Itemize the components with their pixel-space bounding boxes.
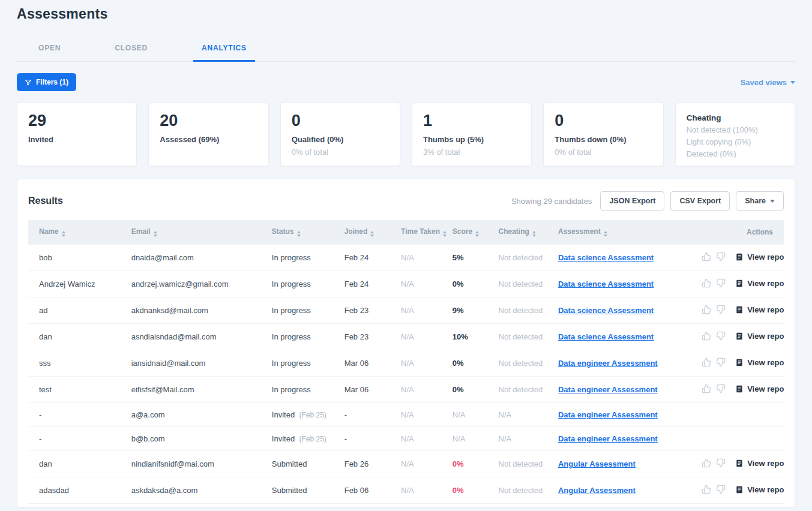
report-document-icon	[735, 332, 744, 341]
cell-assessment: Data science Assessment	[553, 271, 697, 297]
cell-time-taken: N/A	[396, 350, 448, 377]
csv-export-label: CSV Export	[679, 197, 721, 205]
view-report-button[interactable]: View report	[735, 332, 784, 341]
tab-analytics[interactable]: Analytics	[193, 38, 255, 62]
stat-sublabel: 0% of total	[555, 148, 652, 157]
view-report-button[interactable]: View report	[735, 459, 784, 468]
column-header-assessment[interactable]: Assessment	[553, 220, 697, 245]
thumbs-down-icon[interactable]	[716, 384, 726, 393]
cell-actions: View report	[697, 451, 784, 477]
cell-joined: -	[340, 427, 396, 451]
cell-actions	[697, 403, 784, 427]
assessment-link[interactable]: Data science Assessment	[558, 253, 654, 262]
assessment-link[interactable]: Data engineer Assessment	[558, 385, 658, 394]
json-export-label: JSON Export	[609, 197, 655, 205]
report-document-icon	[735, 384, 744, 393]
thumbs-down-icon[interactable]	[716, 331, 726, 341]
cell-actions: View report	[697, 271, 784, 297]
thumbs-up-icon[interactable]	[702, 458, 711, 468]
thumbs-down-icon[interactable]	[716, 357, 726, 367]
cell-time-taken: N/A	[396, 504, 448, 508]
column-header-score[interactable]: Score	[448, 220, 494, 245]
column-header-status[interactable]: Status	[267, 220, 340, 245]
tab-open[interactable]: Open	[30, 38, 69, 62]
column-header-time-taken[interactable]: Time Taken	[396, 220, 448, 245]
sort-icon	[443, 231, 447, 237]
json-export-button[interactable]: JSON Export	[600, 191, 664, 211]
stat-sublabel: 0% of total	[292, 148, 389, 157]
thumbs-down-icon[interactable]	[716, 278, 726, 288]
report-document-icon	[735, 305, 744, 314]
cheating-card-title: Cheating	[687, 113, 784, 122]
assessment-link[interactable]: Data science Assessment	[558, 306, 654, 315]
cell-score: 9%	[448, 297, 494, 324]
thumbs-down-icon[interactable]	[716, 252, 726, 261]
assessment-link[interactable]: Angular Assessment	[558, 486, 636, 495]
stat-card-qualified: 0 Qualified (0%) 0% of total	[280, 103, 400, 166]
assessment-link[interactable]: Data engineer Assessment	[558, 434, 658, 443]
cell-actions: View report	[697, 377, 784, 403]
thumbs-down-icon[interactable]	[716, 305, 726, 314]
stat-label: Thumbs down (0%)	[555, 135, 652, 144]
thumbs-down-icon[interactable]	[716, 485, 726, 494]
cell-name: Andrzej Wamicz	[28, 271, 127, 297]
thumbs-up-icon[interactable]	[702, 331, 711, 341]
cell-status: In progress	[267, 297, 340, 324]
cell-joined: Feb 23	[340, 324, 396, 350]
cell-assessment: Angular Assessment	[553, 451, 697, 477]
cell-email: asndiaisndad@mail.com	[127, 324, 267, 350]
stat-sublabel: 3% of total	[423, 148, 520, 157]
assessment-link[interactable]: Data engineer Assessment	[558, 359, 658, 368]
tab-bar: OpenClosedAnalytics	[17, 38, 795, 62]
thumbs-up-icon[interactable]	[702, 278, 711, 288]
assessment-link[interactable]: Data engineer Assessment	[558, 410, 658, 419]
thumbs-down-icon[interactable]	[716, 458, 726, 468]
tab-closed[interactable]: Closed	[106, 38, 156, 62]
cell-email: akdnanksd@mail.com	[127, 297, 267, 324]
cell-name: bob	[28, 245, 127, 271]
thumbs-up-icon[interactable]	[702, 357, 711, 367]
stat-card-thumbs: 0 Thumbs down (0%) 0% of total	[543, 103, 663, 166]
thumbs-up-icon[interactable]	[702, 252, 711, 261]
assessment-link[interactable]: Data science Assessment	[558, 279, 654, 288]
view-report-button[interactable]: View report	[735, 279, 784, 288]
column-header-joined[interactable]: Joined	[340, 220, 396, 245]
view-report-button[interactable]: View report	[735, 384, 784, 393]
column-header-cheating[interactable]: Cheating	[494, 220, 553, 245]
csv-export-button[interactable]: CSV Export	[670, 191, 730, 211]
cell-email: nindianifsnidf@mai.com	[127, 451, 267, 477]
cell-cheating: Not detected	[494, 297, 553, 324]
column-header-name[interactable]: Name	[28, 220, 127, 245]
view-report-button[interactable]: View report	[735, 253, 784, 261]
cell-assessment: Data science Assessment	[553, 245, 697, 271]
view-report-button[interactable]: View report	[735, 485, 784, 494]
assessment-link[interactable]: Angular Assessment	[558, 459, 636, 468]
view-report-button[interactable]: View report	[735, 305, 784, 314]
thumbs-up-icon[interactable]	[702, 305, 711, 314]
cell-time-taken: N/A	[396, 451, 448, 477]
cell-assessment: Data science Assessment	[553, 297, 697, 324]
cell-joined: -	[340, 504, 396, 508]
share-button[interactable]: Share	[736, 191, 784, 211]
column-header-email[interactable]: Email	[127, 220, 267, 245]
cell-score: 0%	[448, 451, 494, 477]
cell-score: 0%	[448, 477, 494, 504]
view-report-button[interactable]: View report	[735, 358, 784, 367]
cell-score: 0%	[448, 350, 494, 377]
stat-label: Qualified (0%)	[292, 135, 389, 144]
toolbar: Filters (1) Saved views	[17, 73, 795, 91]
report-document-icon	[735, 253, 744, 261]
results-card: Results Showing 29 candidates JSON Expor…	[17, 179, 795, 507]
cell-time-taken: N/A	[396, 297, 448, 324]
saved-views-dropdown[interactable]: Saved views	[741, 78, 795, 87]
stat-label: Thumbs up (5%)	[423, 135, 520, 144]
stat-value: 0	[555, 112, 652, 130]
assessment-link[interactable]: Data science Assessment	[558, 332, 654, 341]
thumbs-up-icon[interactable]	[702, 384, 711, 393]
sort-icon	[154, 231, 157, 237]
thumbs-up-icon[interactable]	[702, 485, 711, 494]
sort-icon	[532, 231, 536, 237]
filters-button[interactable]: Filters (1)	[17, 73, 76, 91]
cell-joined: Feb 24	[340, 271, 396, 297]
cell-cheating: Not detected	[494, 451, 553, 477]
